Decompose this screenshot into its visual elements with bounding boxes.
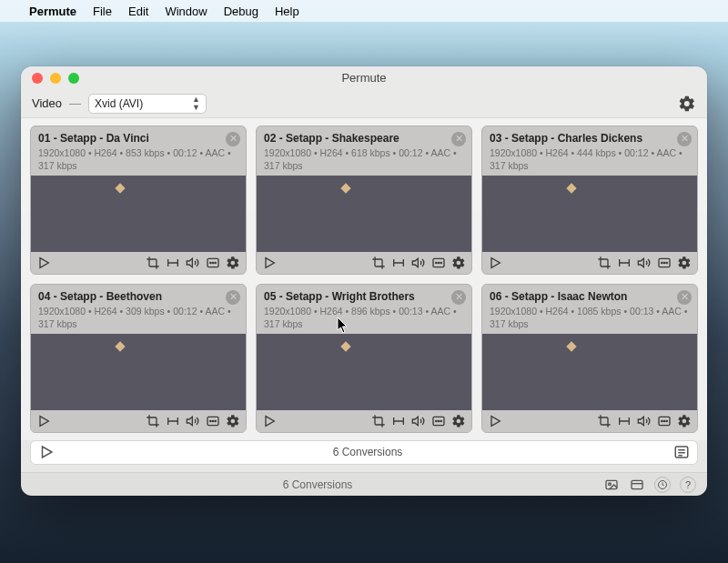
remove-card-button[interactable]: ✕: [451, 290, 466, 305]
audio-button[interactable]: [637, 414, 652, 428]
conversion-card: 01 - Setapp - Da Vinci 1920x1080 • H264 …: [30, 126, 247, 275]
subtitles-button[interactable]: [431, 256, 446, 270]
help-button[interactable]: ?: [680, 477, 696, 493]
settings-button[interactable]: [678, 95, 696, 113]
trim-button[interactable]: [391, 256, 406, 270]
svg-marker-13: [638, 258, 643, 266]
card-settings-button[interactable]: [677, 256, 692, 270]
remove-card-button[interactable]: ✕: [677, 290, 692, 305]
minimize-window-button[interactable]: [50, 73, 61, 84]
conversion-card: 02 - Setapp - Shakespeare 1920x1080 • H2…: [256, 126, 472, 275]
video-thumbnail[interactable]: [31, 176, 246, 252]
video-thumbnail[interactable]: [257, 176, 471, 252]
separator: —: [69, 96, 81, 110]
card-settings-button[interactable]: [226, 256, 240, 270]
summary-label: 6 Conversions: [62, 446, 673, 458]
stack-icon: [630, 478, 644, 492]
subtitles-button[interactable]: [206, 414, 220, 428]
audio-button[interactable]: [411, 256, 426, 270]
video-thumbnail[interactable]: [31, 334, 246, 410]
app-menu[interactable]: Permute: [29, 5, 76, 18]
svg-marker-0: [40, 257, 48, 267]
trim-button[interactable]: [617, 256, 632, 270]
play-icon: [488, 256, 502, 270]
crop-button[interactable]: [597, 256, 612, 270]
play-button[interactable]: [488, 414, 502, 428]
menu-help[interactable]: Help: [275, 5, 299, 18]
category-label: Video: [32, 96, 62, 110]
svg-point-15: [662, 262, 662, 263]
card-meta: 1920x1080 • H264 • 309 kbps • 00:12 • AA…: [38, 305, 238, 330]
audio-button[interactable]: [186, 414, 200, 428]
titlebar: Permute: [21, 66, 707, 90]
svg-marker-30: [491, 416, 500, 426]
card-settings-button[interactable]: [677, 414, 692, 428]
crop-button[interactable]: [146, 414, 160, 428]
status-label: 6 Conversions: [32, 478, 603, 491]
conversion-card: 04 - Setapp - Beethoven 1920x1080 • H264…: [30, 284, 247, 433]
video-thumbnail[interactable]: [482, 176, 697, 252]
play-icon: [36, 256, 51, 270]
trim-button[interactable]: [166, 256, 180, 270]
close-window-button[interactable]: [32, 73, 43, 84]
subtitles-button[interactable]: [431, 414, 446, 428]
svg-marker-24: [266, 416, 274, 426]
play-icon: [488, 414, 502, 428]
video-thumbnail[interactable]: [482, 334, 697, 410]
remove-card-button[interactable]: ✕: [677, 132, 692, 146]
play-button[interactable]: [36, 256, 51, 270]
card-settings-button[interactable]: [226, 414, 240, 428]
subtitles-button[interactable]: [657, 414, 672, 428]
start-all-button[interactable]: [38, 444, 55, 460]
card-title: 03 - Setapp - Charles Dickens: [490, 132, 690, 145]
batch-list-button[interactable]: [673, 444, 690, 460]
svg-marker-18: [40, 416, 48, 426]
play-icon: [262, 256, 277, 270]
remove-card-button[interactable]: ✕: [226, 132, 240, 146]
video-thumbnail[interactable]: [257, 334, 471, 410]
svg-point-16: [663, 262, 664, 263]
play-button[interactable]: [488, 256, 502, 270]
crop-button[interactable]: [371, 414, 386, 428]
crop-button[interactable]: [146, 256, 160, 270]
menu-edit[interactable]: Edit: [128, 5, 148, 18]
audio-button[interactable]: [637, 256, 652, 270]
audio-button[interactable]: [186, 256, 200, 270]
close-icon: ✕: [229, 291, 238, 303]
remove-card-button[interactable]: ✕: [451, 132, 466, 146]
trim-button[interactable]: [166, 414, 180, 428]
card-title: 06 - Setapp - Isaac Newton: [490, 290, 690, 303]
zoom-window-button[interactable]: [68, 73, 79, 84]
play-button[interactable]: [262, 256, 277, 270]
menu-window[interactable]: Window: [165, 5, 207, 18]
subtitles-button[interactable]: [206, 256, 220, 270]
queue-button[interactable]: [629, 477, 645, 493]
crop-icon: [146, 256, 160, 270]
svg-point-21: [210, 420, 211, 421]
subtitles-icon: [657, 256, 672, 270]
svg-point-23: [215, 420, 216, 421]
volume-icon: [637, 256, 652, 270]
menu-debug[interactable]: Debug: [224, 5, 258, 18]
subtitles-button[interactable]: [657, 256, 672, 270]
play-button[interactable]: [36, 414, 51, 428]
finder-button[interactable]: [603, 477, 620, 493]
audio-button[interactable]: [411, 414, 426, 428]
preset-select[interactable]: Xvid (AVI) ▲▼: [88, 94, 207, 114]
app-window: Permute Video — Xvid (AVI) ▲▼ 01 - Setap…: [21, 66, 707, 496]
remove-card-button[interactable]: ✕: [226, 290, 240, 305]
menu-file[interactable]: File: [93, 5, 112, 18]
crop-icon: [371, 256, 386, 270]
trim-button[interactable]: [391, 414, 406, 428]
close-icon: ✕: [681, 291, 689, 303]
history-button[interactable]: [654, 477, 671, 493]
list-icon: [673, 444, 690, 460]
trim-button[interactable]: [617, 414, 632, 428]
card-settings-button[interactable]: [451, 256, 466, 270]
crop-button[interactable]: [371, 256, 386, 270]
crop-button[interactable]: [597, 414, 612, 428]
card-title: 02 - Setapp - Shakespeare: [264, 132, 464, 145]
card-settings-button[interactable]: [451, 414, 466, 428]
play-button[interactable]: [262, 414, 277, 428]
crop-icon: [597, 414, 612, 428]
